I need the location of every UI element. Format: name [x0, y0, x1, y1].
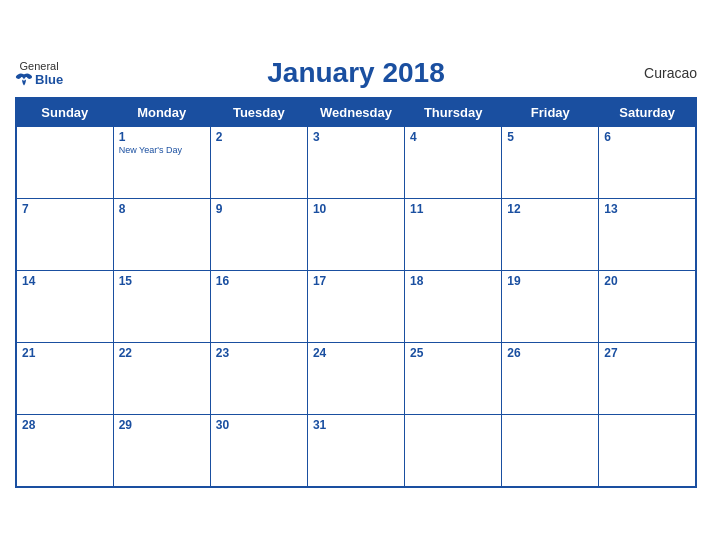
calendar-cell [502, 415, 599, 487]
calendar-cell: 13 [599, 199, 696, 271]
calendar-cell: 6 [599, 127, 696, 199]
calendar-cell: 9 [210, 199, 307, 271]
header-wednesday: Wednesday [307, 98, 404, 127]
day-number: 22 [119, 346, 205, 360]
calendar-cell: 25 [405, 343, 502, 415]
calendar-cell [599, 415, 696, 487]
header-monday: Monday [113, 98, 210, 127]
calendar-cell: 27 [599, 343, 696, 415]
day-number: 18 [410, 274, 496, 288]
logo-area: General Blue [15, 60, 63, 87]
calendar-cell: 21 [16, 343, 113, 415]
calendar-cell: 7 [16, 199, 113, 271]
day-number: 17 [313, 274, 399, 288]
calendar-cell: 2 [210, 127, 307, 199]
calendar-header: General Blue January 2018 Curacao [15, 57, 697, 89]
weekday-header-row: Sunday Monday Tuesday Wednesday Thursday… [16, 98, 696, 127]
calendar-cell: 20 [599, 271, 696, 343]
holiday-label: New Year's Day [119, 145, 205, 156]
calendar-cell [16, 127, 113, 199]
day-number: 3 [313, 130, 399, 144]
logo-blue-area: Blue [15, 72, 63, 87]
day-number: 25 [410, 346, 496, 360]
day-number: 21 [22, 346, 108, 360]
day-number: 2 [216, 130, 302, 144]
calendar-cell: 31 [307, 415, 404, 487]
calendar-cell: 26 [502, 343, 599, 415]
logo-blue-text: Blue [35, 72, 63, 87]
calendar-cell: 19 [502, 271, 599, 343]
week-row-4: 28293031 [16, 415, 696, 487]
day-number: 31 [313, 418, 399, 432]
day-number: 9 [216, 202, 302, 216]
calendar-cell: 30 [210, 415, 307, 487]
day-number: 14 [22, 274, 108, 288]
calendar-cell: 15 [113, 271, 210, 343]
calendar-cell [405, 415, 502, 487]
day-number: 26 [507, 346, 593, 360]
week-row-0: 1New Year's Day23456 [16, 127, 696, 199]
calendar-cell: 16 [210, 271, 307, 343]
calendar-title: January 2018 [267, 57, 444, 89]
calendar-cell: 22 [113, 343, 210, 415]
calendar-cell: 12 [502, 199, 599, 271]
logo-bird-icon [15, 72, 33, 86]
week-row-1: 78910111213 [16, 199, 696, 271]
day-number: 28 [22, 418, 108, 432]
calendar-cell: 3 [307, 127, 404, 199]
calendar-cell: 10 [307, 199, 404, 271]
header-tuesday: Tuesday [210, 98, 307, 127]
day-number: 4 [410, 130, 496, 144]
day-number: 30 [216, 418, 302, 432]
calendar-table: Sunday Monday Tuesday Wednesday Thursday… [15, 97, 697, 488]
calendar-cell: 18 [405, 271, 502, 343]
calendar-cell: 28 [16, 415, 113, 487]
calendar-cell: 8 [113, 199, 210, 271]
day-number: 13 [604, 202, 690, 216]
calendar-cell: 5 [502, 127, 599, 199]
calendar-cell: 14 [16, 271, 113, 343]
day-number: 29 [119, 418, 205, 432]
calendar-cell: 29 [113, 415, 210, 487]
day-number: 23 [216, 346, 302, 360]
calendar-cell: 11 [405, 199, 502, 271]
day-number: 5 [507, 130, 593, 144]
day-number: 24 [313, 346, 399, 360]
day-number: 16 [216, 274, 302, 288]
day-number: 10 [313, 202, 399, 216]
day-number: 6 [604, 130, 690, 144]
header-friday: Friday [502, 98, 599, 127]
calendar-cell: 4 [405, 127, 502, 199]
day-number: 15 [119, 274, 205, 288]
header-thursday: Thursday [405, 98, 502, 127]
calendar-cell: 24 [307, 343, 404, 415]
calendar-container: General Blue January 2018 Curacao Sunday… [0, 47, 712, 503]
country-label: Curacao [644, 65, 697, 81]
day-number: 8 [119, 202, 205, 216]
calendar-cell: 23 [210, 343, 307, 415]
week-row-2: 14151617181920 [16, 271, 696, 343]
day-number: 27 [604, 346, 690, 360]
week-row-3: 21222324252627 [16, 343, 696, 415]
day-number: 11 [410, 202, 496, 216]
calendar-cell: 1New Year's Day [113, 127, 210, 199]
day-number: 19 [507, 274, 593, 288]
header-saturday: Saturday [599, 98, 696, 127]
day-number: 12 [507, 202, 593, 216]
logo-general-text: General [20, 60, 59, 72]
header-sunday: Sunday [16, 98, 113, 127]
calendar-cell: 17 [307, 271, 404, 343]
day-number: 7 [22, 202, 108, 216]
day-number: 1 [119, 130, 205, 144]
day-number: 20 [604, 274, 690, 288]
